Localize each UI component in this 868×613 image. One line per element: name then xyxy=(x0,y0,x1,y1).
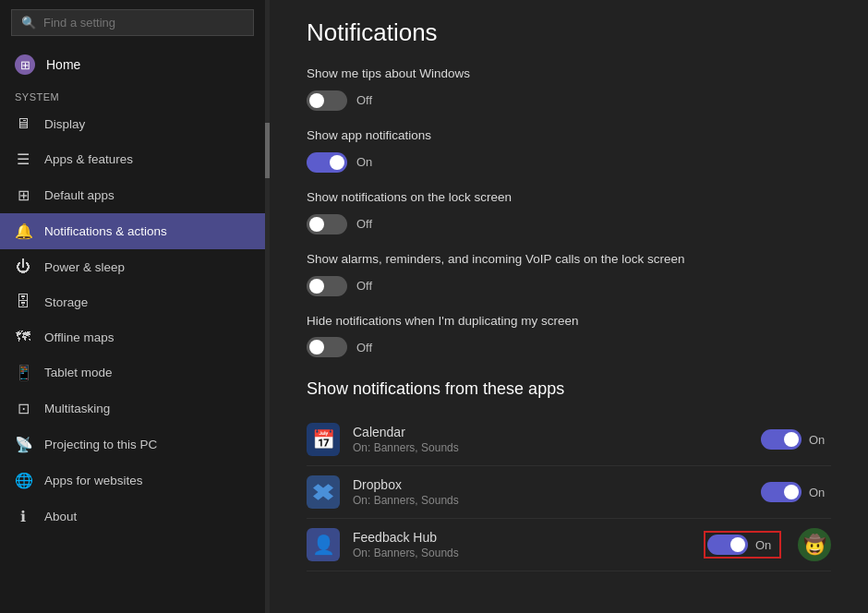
alarms-toggle[interactable] xyxy=(307,276,347,296)
duplicating-label: Hide notifications when I'm duplicating … xyxy=(307,313,831,331)
lock-screen-label: Show notifications on the lock screen xyxy=(307,189,831,207)
lock-screen-toggle-knob xyxy=(309,217,324,232)
sidebar-scrollbar xyxy=(265,0,270,613)
power-sleep-icon: ⏻ xyxy=(15,258,31,275)
calendar-toggle-knob xyxy=(784,432,799,447)
apps-section-heading: Show notifications from these apps xyxy=(307,379,831,399)
alarms-label: Show alarms, reminders, and incoming VoI… xyxy=(307,251,831,269)
app-notifications-toggle[interactable] xyxy=(307,152,347,173)
calendar-app-name: Calendar xyxy=(353,425,748,439)
feedback-toggle[interactable] xyxy=(707,535,748,555)
apps-features-icon: ☰ xyxy=(15,150,31,168)
sidebar-nav: 🖥 Display ☰ Apps & features ⊞ Default ap… xyxy=(0,106,265,613)
dropbox-toggle[interactable] xyxy=(761,482,802,502)
sidebar-scroll-thumb[interactable] xyxy=(265,123,270,178)
sidebar-item-power-sleep-label: Power & sleep xyxy=(44,260,125,274)
page-title: Notifications xyxy=(307,18,831,47)
feedback-toggle-knob xyxy=(730,537,745,552)
sidebar-item-apps-websites[interactable]: 🌐 Apps for websites xyxy=(0,463,265,499)
calendar-toggle[interactable] xyxy=(761,429,802,450)
sidebar-item-projecting-label: Projecting to this PC xyxy=(44,438,157,451)
sidebar-item-multitasking[interactable]: ⊡ Multitasking xyxy=(0,391,265,427)
sidebar-item-apps-features-label: Apps & features xyxy=(44,152,133,166)
sidebar-item-storage-label: Storage xyxy=(44,295,88,309)
storage-icon: 🗄 xyxy=(15,294,31,310)
dropbox-app-name: Dropbox xyxy=(353,477,748,492)
sidebar-item-multitasking-label: Multitasking xyxy=(44,402,110,415)
sidebar-item-display[interactable]: 🖥 Display xyxy=(0,106,265,141)
sidebar-item-offline-maps-label: Offline maps xyxy=(44,331,115,344)
calendar-app-sub: On: Banners, Sounds xyxy=(353,441,748,454)
offline-maps-icon: 🗺 xyxy=(15,329,31,345)
duplicating-toggle-label: Off xyxy=(356,341,372,355)
display-icon: 🖥 xyxy=(15,115,31,132)
duplicating-toggle-knob xyxy=(309,340,324,355)
tips-label: Show me tips about Windows xyxy=(307,66,831,83)
app-notifications-label: Show app notifications xyxy=(307,127,831,145)
app-row-dropbox: Dropbox On: Banners, Sounds On xyxy=(307,466,831,519)
dropbox-app-info: Dropbox On: Banners, Sounds xyxy=(353,477,748,507)
system-label: System xyxy=(0,84,265,106)
calendar-toggle-label: On xyxy=(809,433,831,447)
feedback-app-name: Feedback Hub xyxy=(353,530,691,545)
dropbox-toggle-label: On xyxy=(809,486,831,499)
sidebar-item-notifications[interactable]: 🔔 Notifications & actions xyxy=(0,213,265,249)
sidebar-item-notifications-label: Notifications & actions xyxy=(44,224,167,238)
tips-toggle-label: Off xyxy=(356,93,372,107)
feedback-app-sub: On: Banners, Sounds xyxy=(353,547,691,559)
sidebar-item-projecting[interactable]: 📡 Projecting to this PC xyxy=(0,427,265,463)
home-item[interactable]: ⊞ Home xyxy=(0,45,265,84)
sidebar-item-tablet-mode-label: Tablet mode xyxy=(44,366,113,379)
lock-screen-toggle-label: Off xyxy=(356,217,372,231)
feedback-app-icon: 👤 xyxy=(307,528,340,561)
feedback-mascot: 🤠 xyxy=(798,528,831,561)
lock-screen-toggle[interactable] xyxy=(307,214,347,234)
setting-alarms: Show alarms, reminders, and incoming VoI… xyxy=(307,251,831,296)
sidebar-item-tablet-mode[interactable]: 📱 Tablet mode xyxy=(0,355,265,391)
tips-toggle-knob xyxy=(309,93,324,108)
app-notifications-toggle-knob xyxy=(330,155,344,170)
app-row-feedback: 👤 Feedback Hub On: Banners, Sounds On 🤠 xyxy=(307,519,831,571)
tips-toggle[interactable] xyxy=(307,90,347,111)
sidebar: 🔍 ⊞ Home System 🖥 Display ☰ Apps & featu… xyxy=(0,0,265,613)
duplicating-toggle[interactable] xyxy=(307,337,347,357)
calendar-app-icon: 📅 xyxy=(307,423,340,456)
dropbox-app-sub: On: Banners, Sounds xyxy=(353,494,748,507)
dropbox-app-icon xyxy=(307,475,340,509)
setting-duplicating: Hide notifications when I'm duplicating … xyxy=(307,313,831,358)
setting-lock-screen: Show notifications on the lock screen Of… xyxy=(307,189,831,234)
apps-websites-icon: 🌐 xyxy=(15,472,31,489)
svg-marker-0 xyxy=(313,485,333,501)
dropbox-toggle-knob xyxy=(784,485,799,499)
sidebar-item-offline-maps[interactable]: 🗺 Offline maps xyxy=(0,319,265,355)
search-icon: 🔍 xyxy=(21,16,36,30)
default-apps-icon: ⊞ xyxy=(15,186,31,204)
setting-tips: Show me tips about Windows Off xyxy=(307,66,831,111)
about-icon: ℹ xyxy=(15,508,31,525)
feedback-toggle-label: On xyxy=(755,538,778,552)
sidebar-item-power-sleep[interactable]: ⏻ Power & sleep xyxy=(0,249,265,284)
projecting-icon: 📡 xyxy=(15,436,31,453)
alarms-toggle-knob xyxy=(309,279,324,294)
main-content: Notifications Show me tips about Windows… xyxy=(270,0,868,613)
multitasking-icon: ⊡ xyxy=(15,400,31,417)
home-label: Home xyxy=(46,57,80,72)
home-icon: ⊞ xyxy=(15,54,35,75)
alarms-toggle-label: Off xyxy=(356,279,372,293)
search-box[interactable]: 🔍 xyxy=(11,9,254,36)
sidebar-item-storage[interactable]: 🗄 Storage xyxy=(0,284,265,319)
sidebar-item-apps-features[interactable]: ☰ Apps & features xyxy=(0,141,265,177)
sidebar-item-display-label: Display xyxy=(44,117,85,131)
notifications-icon: 🔔 xyxy=(15,222,31,240)
sidebar-item-about-label: About xyxy=(44,510,77,523)
search-input[interactable] xyxy=(43,16,244,30)
setting-app-notifications: Show app notifications On xyxy=(307,127,831,173)
sidebar-item-default-apps[interactable]: ⊞ Default apps xyxy=(0,177,265,213)
sidebar-item-apps-websites-label: Apps for websites xyxy=(44,474,143,487)
feedback-toggle-highlight: On xyxy=(704,531,781,559)
sidebar-item-about[interactable]: ℹ About xyxy=(0,499,265,535)
sidebar-item-default-apps-label: Default apps xyxy=(44,188,115,202)
calendar-app-info: Calendar On: Banners, Sounds xyxy=(353,425,748,454)
tablet-mode-icon: 📱 xyxy=(15,364,31,381)
app-notifications-toggle-label: On xyxy=(356,155,372,169)
